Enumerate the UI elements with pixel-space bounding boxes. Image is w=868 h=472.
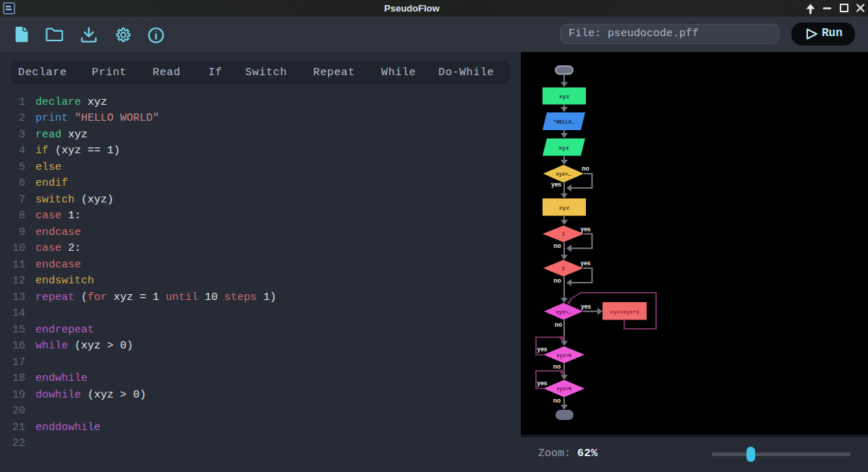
svg-text:yes: yes [537, 379, 547, 387]
svg-text:yes: yes [551, 181, 561, 188]
svg-text:no: no [582, 165, 589, 172]
svg-text:yes: yes [580, 259, 590, 267]
svg-text:xyz=xyz+1: xyz=xyz+1 [610, 309, 639, 315]
svg-text:xyz<…: xyz<… [556, 309, 571, 315]
svg-text:no: no [553, 242, 561, 249]
svg-text:xyz>0: xyz>0 [556, 353, 571, 359]
svg-text:1: 1 [561, 231, 565, 237]
svg-text:no: no [553, 363, 561, 370]
svg-text:no: no [553, 397, 561, 404]
svg-text:2: 2 [561, 265, 565, 272]
svg-text:xyz>0: xyz>0 [556, 386, 571, 392]
svg-text:xyz: xyz [558, 145, 569, 151]
svg-text:"HELLO…: "HELLO… [553, 119, 575, 125]
svg-text:xyz: xyz [559, 205, 570, 211]
svg-text:xyz=…: xyz=… [556, 171, 571, 177]
svg-text:yes: yes [537, 346, 547, 353]
svg-text:no: no [553, 277, 561, 284]
svg-text:no: no [555, 321, 562, 328]
svg-text:yes: yes [581, 303, 591, 310]
svg-text:xyz: xyz [559, 93, 570, 100]
svg-text:yes: yes [580, 226, 590, 233]
